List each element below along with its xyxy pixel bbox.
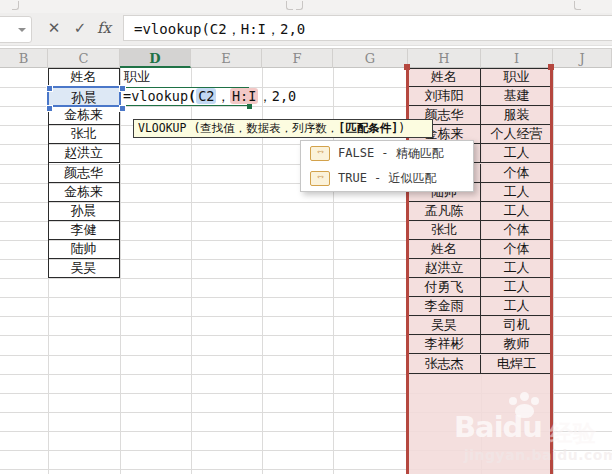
formula-ref-c2: C2 [196, 88, 216, 104]
cell-c2-reference-box[interactable]: 孙晨 [47, 86, 121, 107]
checkmark-icon: ✓ [74, 19, 87, 37]
argument-options-dropdown: ‹··› FALSE - 精确匹配 ‹··› TRUE - 近似匹配 [300, 140, 474, 192]
dropdown-item-true[interactable]: ‹··› TRUE - 近似匹配 [301, 166, 473, 191]
ribbon-group-corner [12, 1, 19, 10]
column-header-row: BCDEFGHIJ [0, 48, 612, 68]
column-header-H[interactable]: H [408, 49, 481, 68]
cell-h1[interactable]: 姓名 [408, 68, 481, 87]
confirm-entry-button[interactable]: ✓ [68, 16, 92, 41]
cell-c3[interactable]: 金栋来 [48, 106, 120, 125]
cell-i6[interactable]: 个体 [481, 164, 553, 183]
column-header-D[interactable]: D [120, 49, 191, 68]
cell-h11[interactable]: 赵洪立 [408, 259, 481, 278]
cell-h10[interactable]: 姓名 [408, 240, 481, 259]
formula-ref-hi: H:I [230, 88, 258, 104]
enum-value-icon: ‹··› [310, 146, 330, 161]
ribbon-group-corner [574, 1, 581, 10]
cell-h8[interactable]: 孟凡陈 [408, 202, 481, 221]
range-handle-topright[interactable] [548, 64, 554, 70]
function-hint-tooltip: VLOOKUP (查找值，数据表，列序数，[匹配条件]) [133, 119, 433, 138]
cell-i16[interactable]: 电焊工 [481, 355, 553, 374]
range-handle-topleft[interactable] [404, 64, 410, 70]
fx-icon: fx [97, 19, 111, 37]
cell-c11[interactable]: 吴昊 [48, 259, 120, 278]
formula-text: =vlookup(C2，H:I，2,0 [134, 21, 305, 37]
spreadsheet-app: ✕ ✓ fx =vlookup(C2，H:I，2,0 BCDEFGHIJ 职业 … [0, 0, 612, 474]
cell-d1[interactable]: 职业 [121, 68, 191, 87]
gridline [120, 68, 121, 474]
cell-d1-value: 职业 [124, 69, 150, 84]
cell-h9[interactable]: 张北 [408, 221, 481, 240]
dropdown-item-label: TRUE - 近似匹配 [338, 170, 437, 187]
cell-c4[interactable]: 张北 [48, 125, 120, 144]
cell-c9[interactable]: 李健 [48, 221, 120, 240]
cell-h2[interactable]: 刘玮阳 [408, 87, 481, 106]
column-header-G[interactable]: G [333, 49, 408, 68]
column-header-E[interactable]: E [191, 49, 262, 68]
cell-c1[interactable]: 姓名 [48, 68, 120, 87]
cell-c7[interactable]: 金栋来 [48, 183, 120, 202]
cell-i15[interactable]: 教师 [481, 335, 553, 354]
dropdown-item-false[interactable]: ‹··› FALSE - 精确匹配 [301, 141, 473, 166]
ribbon-group-corner [296, 1, 303, 10]
cell-i8[interactable]: 工人 [481, 202, 553, 221]
column-header-I[interactable]: I [481, 49, 553, 68]
cell-i5[interactable]: 工人 [481, 144, 553, 163]
cell-c5[interactable]: 赵洪立 [48, 144, 120, 163]
cell-h13[interactable]: 李金雨 [408, 297, 481, 316]
cell-h16[interactable]: 张志杰 [408, 355, 481, 374]
cancel-icon: ✕ [48, 19, 61, 37]
reference-box-handle[interactable] [46, 85, 53, 92]
cell-c10[interactable]: 陆帅 [48, 240, 120, 259]
name-box-dropdown-icon[interactable] [18, 28, 26, 32]
table-border [408, 68, 553, 69]
cell-h14[interactable]: 吴昊 [408, 316, 481, 335]
ribbon-group-corner [286, 1, 293, 10]
cell-i14[interactable]: 司机 [481, 316, 553, 335]
formula-bar: ✕ ✓ fx =vlookup(C2，H:I，2,0 [0, 13, 612, 46]
cancel-entry-button[interactable]: ✕ [42, 16, 66, 41]
cell-h15[interactable]: 李祥彬 [408, 335, 481, 354]
ribbon-bottom-strip [0, 0, 612, 13]
enum-value-icon: ‹··› [310, 171, 330, 186]
cell-c2-value: 孙晨 [71, 90, 97, 105]
cell-c8[interactable]: 孙晨 [48, 202, 120, 221]
reference-box-handle[interactable] [46, 105, 53, 112]
cell-i1[interactable]: 职业 [481, 68, 553, 87]
cell-d2-editing[interactable]: =vlookup(C2，H:I，2,0 [120, 87, 249, 106]
cell-i4[interactable]: 个人经营 [481, 125, 553, 144]
cell-i10[interactable]: 个体 [481, 240, 553, 259]
formula-input[interactable]: =vlookup(C2，H:I，2,0 [123, 15, 612, 41]
name-box[interactable] [0, 16, 32, 43]
table-border [48, 68, 120, 69]
cell-i3[interactable]: 服装 [481, 106, 553, 125]
cell-i7[interactable]: 工人 [481, 183, 553, 202]
cell-i12[interactable]: 工人 [481, 278, 553, 297]
cell-formula-text: =vlookup(C2，H:I，2,0 [121, 88, 248, 105]
reference-box-handle[interactable] [119, 85, 126, 92]
gridline [553, 68, 554, 474]
cell-i9[interactable]: 个体 [481, 221, 553, 240]
column-header-F[interactable]: F [262, 49, 333, 68]
cell-i13[interactable]: 工人 [481, 297, 553, 316]
column-header-C[interactable]: C [48, 49, 120, 68]
edit-box-handle[interactable] [247, 104, 252, 109]
column-header-B[interactable]: B [0, 49, 48, 68]
cell-i11[interactable]: 工人 [481, 259, 553, 278]
reference-box-handle[interactable] [119, 105, 126, 112]
insert-function-button[interactable]: fx [92, 16, 116, 41]
column-header-J[interactable]: J [553, 49, 612, 68]
cell-i2[interactable]: 基建 [481, 87, 553, 106]
dropdown-item-label: FALSE - 精确匹配 [338, 145, 444, 162]
cell-h12[interactable]: 付勇飞 [408, 278, 481, 297]
cell-c6[interactable]: 颜志华 [48, 164, 120, 183]
range-border-right[interactable] [550, 67, 553, 474]
